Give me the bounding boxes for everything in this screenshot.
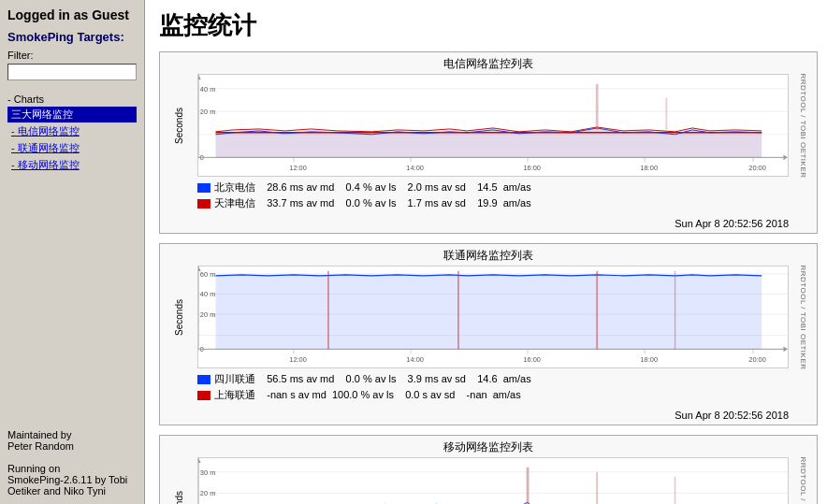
filter-input[interactable]	[7, 64, 137, 80]
dianxin-y-label: Seconds	[160, 74, 197, 177]
yidong-right-label: RRDTOOL / TOBI OETIKER	[789, 457, 817, 504]
svg-text:16:00: 16:00	[523, 355, 541, 364]
running-on: Running on	[7, 463, 137, 474]
filter-label: Filter:	[7, 50, 137, 61]
svg-text:20 m: 20 m	[200, 489, 215, 497]
legend-text-beijing-dianxin: 北京电信 28.6 ms av md 0.4 % av ls 2.0 ms av…	[214, 180, 779, 194]
svg-text:30 m: 30 m	[200, 468, 215, 476]
svg-text:20 m: 20 m	[200, 310, 215, 319]
liantong-right-label: RRDTOOL / TOBI OETIKER	[789, 266, 817, 368]
liantong-panel: 联通网络监控列表 Seconds 60 m 40 m 20 m 0 12:00	[159, 243, 818, 425]
yidong-panel: 移动网络监控列表 Seconds 30 m 20 m 10 m 0 12:00	[159, 435, 818, 504]
legend-color-blue2	[197, 375, 210, 384]
sidebar-item-liantong[interactable]: - 联通网络监控	[7, 140, 137, 156]
svg-text:12:00: 12:00	[289, 355, 307, 364]
software-info: SmokePing-2.6.11 by Tobi Oetiker and Nik…	[7, 474, 137, 497]
maintained-by: Maintained by	[7, 429, 137, 440]
liantong-chart-area: 60 m 40 m 20 m 0 12:00 14:00 16:00 18:00…	[197, 266, 789, 368]
liantong-y-label: Seconds	[160, 266, 197, 368]
legend-color-red	[197, 199, 210, 209]
svg-text:60 m: 60 m	[200, 270, 215, 279]
svg-text:18:00: 18:00	[641, 164, 659, 172]
legend-row-beijing-dianxin: 北京电信 28.6 ms av md 0.4 % av ls 2.0 ms av…	[197, 180, 779, 194]
svg-text:12:00: 12:00	[289, 164, 307, 172]
legend-color-red2	[197, 391, 210, 400]
svg-text:16:00: 16:00	[523, 164, 541, 172]
yidong-chart-area: 30 m 20 m 10 m 0 12:00 14:00 16:00 18:00…	[197, 457, 789, 504]
legend-row-tianjin-dianxin: 天津电信 33.7 ms av md 0.0 % av ls 1.7 ms av…	[197, 196, 779, 210]
charts-heading: - Charts	[7, 94, 137, 105]
svg-text:20:00: 20:00	[748, 164, 766, 172]
svg-marker-46	[783, 346, 788, 352]
main-content: 监控统计 电信网络监控列表 Seconds 40 m 20 m 0	[145, 0, 827, 504]
dianxin-chart-area: 40 m 20 m 0 12:00 14:00 16:00 18:00 20:0…	[197, 74, 789, 177]
yidong-title: 移动网络监控列表	[160, 436, 817, 457]
svg-text:20:00: 20:00	[748, 355, 766, 364]
login-status: Logged in as Guest	[7, 7, 137, 22]
svg-text:14:00: 14:00	[406, 355, 424, 364]
sidebar-footer: Maintained by Peter Random Running on Sm…	[7, 422, 137, 497]
svg-marker-49	[216, 275, 762, 350]
sidebar-item-dianxin[interactable]: - 电信网络监控	[7, 123, 137, 139]
svg-text:20 m: 20 m	[200, 108, 215, 116]
liantong-chart-wrapper: Seconds 60 m 40 m 20 m 0 12:00 14:00	[160, 266, 817, 368]
dianxin-timestamp: Sun Apr 8 20:52:56 2018	[160, 216, 817, 233]
liantong-timestamp: Sun Apr 8 20:52:56 2018	[160, 408, 817, 425]
svg-text:40 m: 40 m	[200, 290, 215, 298]
svg-marker-18	[783, 154, 788, 160]
sidebar: Logged in as Guest SmokePing Targets: Fi…	[0, 0, 145, 504]
legend-text-sichuan-liantong: 四川联通 56.5 ms av md 0.0 % av ls 3.9 ms av…	[214, 372, 779, 386]
dianxin-title: 电信网络监控列表	[160, 52, 817, 74]
dianxin-svg: 40 m 20 m 0 12:00 14:00 16:00 18:00 20:0…	[198, 75, 788, 176]
liantong-title: 联通网络监控列表	[160, 244, 817, 266]
svg-text:18:00: 18:00	[641, 355, 659, 364]
maintainer-name: Peter Random	[7, 440, 137, 452]
svg-marker-23	[216, 127, 762, 157]
sidebar-item-yidong[interactable]: - 移动网络监控	[7, 157, 137, 173]
yidong-chart-wrapper: Seconds 30 m 20 m 10 m 0 12:00 14:00	[160, 457, 817, 504]
legend-row-shanghai-liantong: 上海联通 -nan s av md 100.0 % av ls 0.0 s av…	[197, 388, 779, 402]
page-title: 监控统计	[159, 9, 818, 42]
legend-text-shanghai-liantong: 上海联通 -nan s av md 100.0 % av ls 0.0 s av…	[214, 388, 779, 402]
liantong-legend: 四川联通 56.5 ms av md 0.0 % av ls 3.9 ms av…	[160, 368, 817, 408]
yidong-y-label: Seconds	[160, 457, 197, 504]
liantong-svg: 60 m 40 m 20 m 0 12:00 14:00 16:00 18:00…	[198, 266, 788, 367]
legend-text-tianjin-dianxin: 天津电信 33.7 ms av md 0.0 % av ls 1.7 ms av…	[214, 196, 779, 210]
dianxin-panel: 电信网络监控列表 Seconds 40 m 20 m 0	[159, 51, 818, 234]
dianxin-legend: 北京电信 28.6 ms av md 0.4 % av ls 2.0 ms av…	[160, 177, 817, 216]
targets-title: SmokePing Targets:	[7, 30, 137, 44]
dianxin-right-label: RRDTOOL / TOBI OETIKER	[789, 74, 817, 177]
sidebar-item-sanda[interactable]: 三大网络监控	[7, 107, 137, 122]
svg-text:14:00: 14:00	[406, 164, 424, 172]
dianxin-chart-wrapper: Seconds 40 m 20 m 0 12:00 14	[160, 74, 817, 177]
yidong-svg: 30 m 20 m 10 m 0 12:00 14:00 16:00 18:00…	[198, 458, 788, 504]
svg-text:40 m: 40 m	[200, 84, 215, 93]
legend-color-blue	[197, 183, 210, 193]
legend-row-sichuan-liantong: 四川联通 56.5 ms av md 0.0 % av ls 3.9 ms av…	[197, 372, 779, 386]
charts-section: - Charts 三大网络监控 - 电信网络监控 - 联通网络监控 - 移动网络…	[7, 94, 137, 174]
